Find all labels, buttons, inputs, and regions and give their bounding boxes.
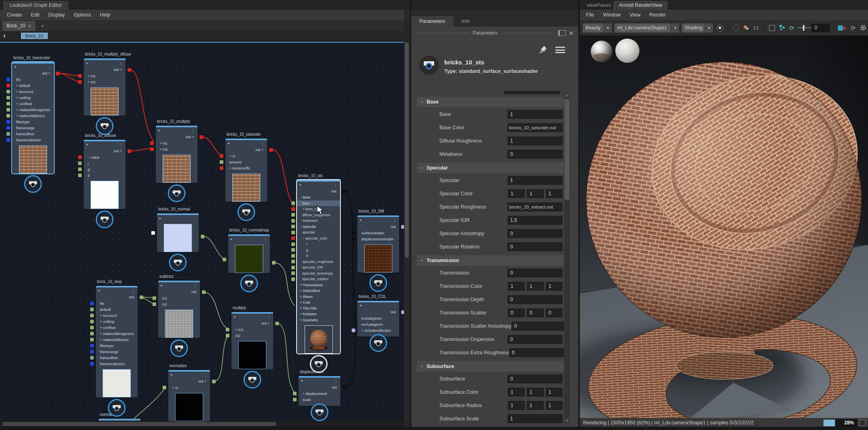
input-port[interactable] [6, 132, 10, 136]
out-port[interactable] [140, 296, 143, 299]
input-port[interactable] [291, 277, 295, 281]
input-port[interactable] [6, 138, 10, 142]
node-body[interactable]: ▾⋮out+ displacementscale [299, 376, 340, 406]
graph-node-bricks_10_SM[interactable]: bricks_10_SM▾⋮outsurfaceshaderdisplaceme… [357, 209, 399, 292]
graph-node-bricks_10_multiply[interactable]: bricks_10_multiply▾⋮out ++ in1+ in2 [156, 119, 198, 202]
param-field[interactable]: 1 [546, 401, 563, 410]
node-tree-row[interactable]: + Coat [297, 300, 340, 306]
menu-edit[interactable]: Edit [27, 12, 44, 18]
input-port[interactable] [291, 266, 295, 269]
node-attr-row[interactable]: + in2 [84, 79, 126, 85]
param-field[interactable]: 0 [507, 269, 563, 277]
collapse-caret-icon[interactable]: ▸ [159, 216, 161, 220]
node-body[interactable]: ▾⋮out ++ in1in2 [231, 312, 273, 369]
kebab-menu-icon[interactable]: ⋮ [194, 283, 198, 288]
section-header-specular[interactable]: −Specular [417, 163, 564, 173]
side-port[interactable] [151, 231, 155, 235]
input-port[interactable] [78, 167, 82, 171]
kebab-menu-icon[interactable]: ⋮ [267, 315, 271, 319]
add-tab-button[interactable]: + [35, 21, 50, 31]
node-attr-row[interactable]: includegeom [357, 315, 399, 321]
out-port[interactable] [202, 290, 206, 294]
pin-icon[interactable] [539, 45, 548, 54]
input-port[interactable] [78, 174, 82, 177]
param-field[interactable]: 0 [508, 308, 525, 317]
node-tree-row[interactable]: − specular_color [297, 236, 340, 242]
param-field[interactable]: 1 [527, 401, 544, 410]
param-field[interactable]: 1.5 [507, 216, 563, 225]
kebab-menu-icon[interactable]: ⋮ [131, 289, 135, 293]
input-port[interactable] [226, 334, 229, 337]
param-field[interactable]: 1 [546, 189, 563, 198]
material-swatch[interactable] [24, 175, 42, 193]
material-swatch[interactable] [170, 339, 188, 357]
node-tree-row[interactable]: metalness [297, 218, 340, 224]
side-port[interactable] [272, 261, 276, 265]
input-port[interactable] [352, 329, 355, 332]
collapse-caret-icon[interactable]: ▾ [171, 373, 173, 377]
menu-create[interactable]: Create [2, 12, 27, 18]
node-attr-row[interactable]: frameendaction [12, 137, 54, 143]
out-port[interactable] [342, 386, 346, 389]
node-attr-row[interactable]: + texcoord [96, 312, 138, 318]
out-port[interactable] [401, 310, 404, 314]
input-port[interactable] [291, 260, 295, 263]
stop-render-icon[interactable] [859, 420, 866, 426]
graph-node-multiply[interactable]: multiply▾⋮out ++ in1in2 [231, 306, 273, 389]
input-port[interactable] [153, 296, 156, 300]
node-attr-row[interactable]: file [12, 76, 54, 83]
input-port[interactable] [6, 114, 10, 118]
kebab-menu-icon[interactable]: ⋮ [119, 143, 123, 147]
param-field[interactable]: 0 [546, 308, 563, 317]
material-swatch[interactable] [96, 117, 113, 135]
param-field[interactable]: 0 [507, 374, 563, 383]
node-tree-row[interactable]: r [297, 241, 340, 247]
param-field[interactable]: 1 [527, 282, 544, 291]
material-swatch[interactable] [240, 275, 258, 292]
node-attr-row[interactable]: scale [299, 397, 340, 403]
node-tree-row[interactable]: specular_roughness [297, 259, 340, 265]
menu-view[interactable]: View [625, 12, 645, 18]
close-tab-icon[interactable]: ✕ [28, 21, 31, 31]
graph-node-normalize[interactable]: normalize▾⋮out ++ in [168, 364, 210, 421]
input-port[interactable] [293, 398, 297, 401]
param-field[interactable]: 1 [508, 401, 525, 410]
node-attr-row[interactable]: + in1 [84, 73, 126, 79]
out-port[interactable] [212, 380, 216, 383]
node-attr-row[interactable]: in2 [231, 333, 273, 339]
param-field[interactable]: 0 [507, 295, 563, 304]
graph-node-displacement[interactable]: displacement▾⋮out+ displacementscale [299, 370, 340, 421]
material-swatch[interactable] [108, 399, 126, 417]
material-swatch[interactable] [310, 355, 328, 373]
material-swatch[interactable] [311, 403, 328, 421]
debug-shading-icon[interactable] [742, 23, 750, 32]
tab-arnold-renderview[interactable]: Arnold RenderView [613, 1, 668, 10]
out-port[interactable] [275, 322, 279, 325]
node-tree-row[interactable]: + Transmission [297, 282, 340, 288]
material-swatch[interactable] [168, 184, 186, 202]
node-tree-row[interactable]: specular_IOR [297, 265, 340, 271]
graph-node-bricks_10_diffuse[interactable]: bricks_10_diffuse▾⋮out +− valuergb [84, 133, 126, 228]
input-port[interactable] [6, 96, 10, 99]
node-attr-row[interactable]: amount [225, 159, 267, 165]
material-swatch[interactable] [369, 334, 387, 352]
node-tree-row[interactable]: b [297, 253, 340, 259]
kebab-menu-icon[interactable]: ⋮ [47, 65, 52, 69]
menu-window[interactable]: Window [598, 12, 625, 18]
input-port[interactable] [220, 154, 223, 158]
node-body[interactable]: ▾⋮out +file+ default+ texcoord+ uvtiling… [12, 62, 54, 174]
tab-brick-10[interactable]: Brick_10 ✕ [2, 21, 35, 31]
graph-node-bricks_10_saturate[interactable]: bricks_10_saturate▾⋮out ++ inamount+ lum… [225, 132, 267, 221]
material-swatch[interactable] [169, 254, 187, 271]
param-field[interactable]: 1 [507, 136, 563, 145]
param-field[interactable]: bricks_10_saturate.out [507, 123, 563, 132]
node-body[interactable]: ▾⋮out ++ in [168, 370, 210, 421]
node-attr-row[interactable]: default [96, 306, 138, 312]
input-port[interactable] [291, 219, 295, 223]
param-field[interactable]: 1 [507, 414, 563, 423]
node-body[interactable]: ▾⋮outincludegeomexcludegeom+ includecoll… [357, 301, 399, 337]
input-port[interactable] [90, 326, 94, 329]
node-attr-row[interactable]: + texcoord [12, 89, 54, 95]
node-attr-row[interactable]: displacementshader [357, 236, 399, 242]
input-port[interactable] [90, 350, 94, 354]
